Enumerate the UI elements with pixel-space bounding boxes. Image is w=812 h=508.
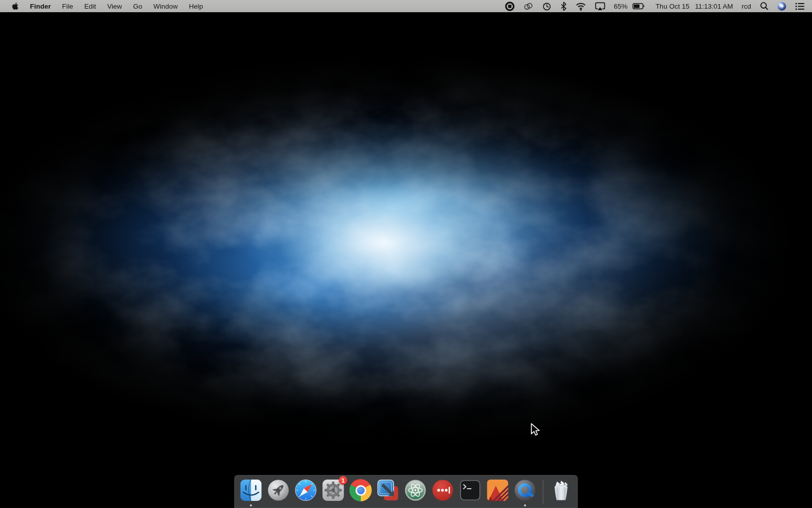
siri-icon[interactable] [777,0,786,12]
dock-item-affinity-publisher[interactable] [487,479,509,501]
dock-item-safari[interactable] [295,479,317,501]
dock-item-system-preferences[interactable]: 1 [322,479,345,501]
airplay-display-icon[interactable] [595,0,605,12]
dock-item-terminal[interactable] [459,479,482,501]
running-indicator [524,504,526,506]
menu-go[interactable]: Go [127,0,148,12]
active-app-menu[interactable]: Finder [24,0,56,12]
menu-clock-time[interactable]: 11:13:01 AM [695,3,733,10]
wifi-icon[interactable] [576,0,586,12]
menu-bar: Finder File Edit View Go Window Help [0,0,812,12]
trash-full-icon [550,479,572,501]
lastpass-icon [432,479,454,501]
quicktime-player-icon [514,479,536,501]
safari-icon [295,479,317,501]
dock-item-quicktime-player[interactable] [514,479,536,501]
macos-desktop: Finder File Edit View Go Window Help [0,0,812,508]
dock: 1 [234,475,578,508]
dock-item-trash[interactable] [550,479,572,501]
notification-badge: 1 [339,476,348,485]
vmware-fusion-icon [377,479,399,501]
dock-item-lastpass[interactable] [432,479,454,501]
dock-divider [543,480,544,504]
notification-center-icon[interactable] [795,0,805,12]
menu-help[interactable]: Help [183,0,209,12]
menu-window[interactable]: Window [148,0,183,12]
creative-cloud-icon[interactable] [523,0,533,12]
battery-percent: 65% [614,3,628,10]
stop-recording-icon[interactable] [505,0,515,12]
spotlight-search-icon[interactable] [760,0,769,12]
menu-clock-date[interactable]: Thu Oct 15 [656,3,690,10]
terminal-icon [459,479,482,501]
wallpaper-vignette [0,12,812,508]
affinity-publisher-icon [487,479,509,501]
time-machine-icon[interactable] [542,0,552,12]
menu-file[interactable]: File [56,0,79,12]
fast-user-switch[interactable]: rcd [741,3,751,10]
finder-icon [240,479,262,501]
launchpad-icon [267,479,290,501]
dock-item-atom[interactable] [404,479,427,501]
google-chrome-icon [350,479,372,501]
dock-item-vmware-fusion[interactable] [377,479,399,501]
apple-logo-icon [12,2,19,10]
battery-icon[interactable] [632,0,645,12]
bluetooth-icon[interactable] [560,0,567,12]
running-indicator [250,504,252,506]
menu-edit[interactable]: Edit [79,0,101,12]
atom-icon [404,479,427,501]
desktop-wallpaper [0,12,812,508]
dock-item-google-chrome[interactable] [350,479,372,501]
apple-menu[interactable] [6,0,24,12]
menu-view[interactable]: View [101,0,127,12]
dock-item-launchpad[interactable] [267,479,290,501]
mouse-cursor [529,422,541,439]
dock-item-finder[interactable] [240,479,262,501]
